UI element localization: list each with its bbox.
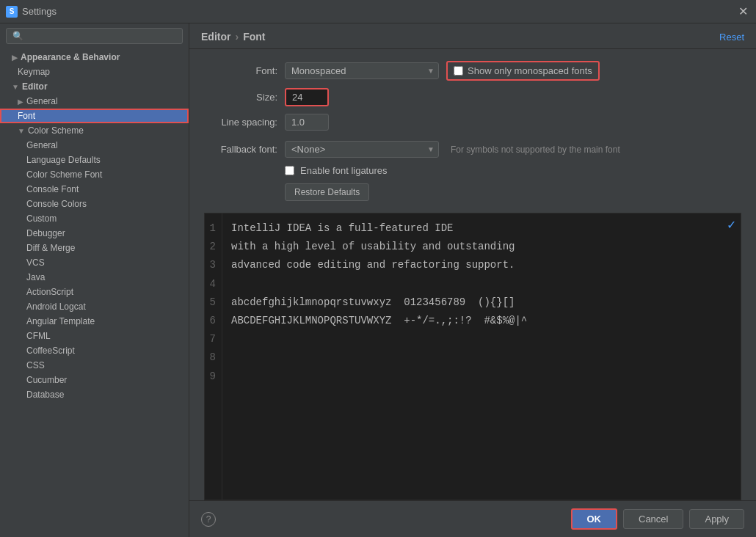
sidebar-item-label: ActionScript <box>26 287 73 297</box>
size-row: Size: <box>204 88 741 106</box>
sidebar-item-database[interactable]: Database <box>0 387 189 402</box>
window-title: Settings <box>22 6 57 17</box>
sidebar-item-font[interactable]: Font <box>0 109 189 123</box>
fallback-font-row: Fallback font: <None> ▼ For symbols not … <box>204 141 741 158</box>
sidebar-item-cfml[interactable]: CFML <box>0 329 189 343</box>
sidebar-item-label: Angular Template <box>26 316 95 326</box>
sidebar-item-label: Keymap <box>18 67 50 77</box>
sidebar: 🔍 ▶ Appearance & Behavior Keymap ▼ Edito… <box>0 23 189 537</box>
fallback-hint: For symbols not supported by the main fo… <box>451 145 620 155</box>
monospaced-label: Show only monospaced fonts <box>468 65 592 76</box>
sidebar-item-cs-general[interactable]: General <box>0 138 189 153</box>
cancel-button[interactable]: Cancel <box>623 509 683 529</box>
sidebar-item-color-scheme[interactable]: ▼ Color Scheme <box>0 123 189 138</box>
font-select[interactable]: Monospaced Consolas Courier New DejaVu S… <box>285 62 439 79</box>
monospaced-checkbox[interactable] <box>454 66 463 76</box>
sidebar-item-coffeescript[interactable]: CoffeeScript <box>0 343 189 358</box>
sidebar-item-label: Debugger <box>26 228 65 238</box>
reset-button[interactable]: Reset <box>719 32 744 43</box>
fallback-font-select[interactable]: <None> <box>285 141 439 158</box>
font-row: Font: Monospaced Consolas Courier New De… <box>204 61 741 81</box>
sidebar-item-label: CoffeeScript <box>26 346 75 356</box>
line-spacing-input[interactable] <box>285 114 329 131</box>
sidebar-item-label: General <box>26 140 58 150</box>
restore-defaults-button[interactable]: Restore Defaults <box>285 183 369 201</box>
sidebar-item-debugger[interactable]: Debugger <box>0 226 189 241</box>
sidebar-item-label: Editor <box>22 81 48 92</box>
sidebar-item-color-scheme-font[interactable]: Color Scheme Font <box>0 167 189 182</box>
sidebar-item-keymap[interactable]: Keymap <box>0 65 189 79</box>
size-label: Size: <box>204 92 277 103</box>
sidebar-item-label: Diff & Merge <box>26 243 75 253</box>
sidebar-item-cucumber[interactable]: Cucumber <box>0 373 189 387</box>
sidebar-item-label: Appearance & Behavior <box>21 52 120 62</box>
sidebar-item-label: Console Colors <box>26 199 87 209</box>
sidebar-item-label: Cucumber <box>26 375 67 385</box>
line-numbers: 1 2 3 4 5 6 7 8 9 <box>205 213 222 500</box>
sidebar-item-label: VCS <box>26 257 45 268</box>
expand-icon: ▶ <box>12 54 18 62</box>
content-area: Editor › Font Reset Font: Monospaced Con… <box>189 23 756 537</box>
ok-button[interactable]: OK <box>571 508 618 530</box>
close-button[interactable]: ✕ <box>735 4 750 19</box>
sidebar-item-css[interactable]: CSS <box>0 358 189 373</box>
size-input[interactable] <box>285 88 329 106</box>
ligatures-row: Enable font ligatures <box>204 165 741 176</box>
sidebar-item-android-logcat[interactable]: Android Logcat <box>0 299 189 314</box>
ligatures-label: Enable font ligatures <box>300 165 388 176</box>
sidebar-item-actionscript[interactable]: ActionScript <box>0 285 189 299</box>
sidebar-item-label: Language Defaults <box>26 155 101 165</box>
breadcrumb: Editor › Font Reset <box>189 23 756 49</box>
sidebar-item-label: Java <box>26 272 45 282</box>
sidebar-item-label: Color Scheme <box>28 125 84 136</box>
preview-code: IntelliJ IDEA is a full-featured IDE wit… <box>222 213 741 500</box>
sidebar-item-console-colors[interactable]: Console Colors <box>0 197 189 211</box>
sidebar-item-language-defaults[interactable]: Language Defaults <box>0 153 189 167</box>
sidebar-tree: ▶ Appearance & Behavior Keymap ▼ Editor … <box>0 48 189 537</box>
search-icon: 🔍 <box>12 31 23 41</box>
sidebar-item-label: CSS <box>26 360 45 370</box>
preview-area: 1 2 3 4 5 6 7 8 9 IntelliJ IDEA is a ful… <box>204 213 741 500</box>
sidebar-item-label: Color Scheme Font <box>26 169 102 180</box>
monospaced-checkbox-wrapper[interactable]: Show only monospaced fonts <box>446 61 600 81</box>
sidebar-item-label: Custom <box>26 213 57 224</box>
font-label: Font: <box>204 65 277 76</box>
search-input[interactable] <box>26 31 176 41</box>
title-bar: S Settings ✕ <box>0 0 756 23</box>
sidebar-item-custom[interactable]: Custom <box>0 211 189 226</box>
breadcrumb-parent[interactable]: Editor <box>201 31 230 43</box>
sidebar-item-label: Database <box>26 390 64 400</box>
expand-icon: ▼ <box>18 127 25 135</box>
sidebar-item-label: Console Font <box>26 184 79 194</box>
sidebar-item-java[interactable]: Java <box>0 270 189 285</box>
preview-check-icon: ✓ <box>727 218 736 232</box>
breadcrumb-separator: › <box>235 31 239 43</box>
sidebar-item-appearance[interactable]: ▶ Appearance & Behavior <box>0 50 189 65</box>
settings-panel: Font: Monospaced Consolas Courier New De… <box>189 49 756 213</box>
line-spacing-label: Line spacing: <box>204 117 277 128</box>
line-spacing-row: Line spacing: <box>204 114 741 131</box>
sidebar-item-label: CFML <box>26 331 51 341</box>
app-icon: S <box>6 6 18 18</box>
help-button[interactable]: ? <box>201 512 216 527</box>
breadcrumb-current: Font <box>243 31 265 43</box>
sidebar-item-diff-merge[interactable]: Diff & Merge <box>0 241 189 255</box>
sidebar-item-label: General <box>26 96 58 106</box>
sidebar-item-editor[interactable]: ▼ Editor <box>0 79 189 94</box>
sidebar-item-label: Android Logcat <box>26 302 86 312</box>
expand-icon: ▶ <box>18 98 23 106</box>
sidebar-item-console-font[interactable]: Console Font <box>0 182 189 197</box>
sidebar-item-general[interactable]: ▶ General <box>0 94 189 109</box>
apply-button[interactable]: Apply <box>689 509 744 529</box>
fallback-font-label: Fallback font: <box>204 144 277 155</box>
ligatures-checkbox[interactable] <box>285 166 294 175</box>
footer: ? OK Cancel Apply <box>189 500 756 537</box>
expand-icon: ▼ <box>12 83 19 91</box>
sidebar-item-vcs[interactable]: VCS <box>0 255 189 270</box>
sidebar-item-label: Font <box>18 111 35 121</box>
sidebar-item-angular-template[interactable]: Angular Template <box>0 314 189 329</box>
